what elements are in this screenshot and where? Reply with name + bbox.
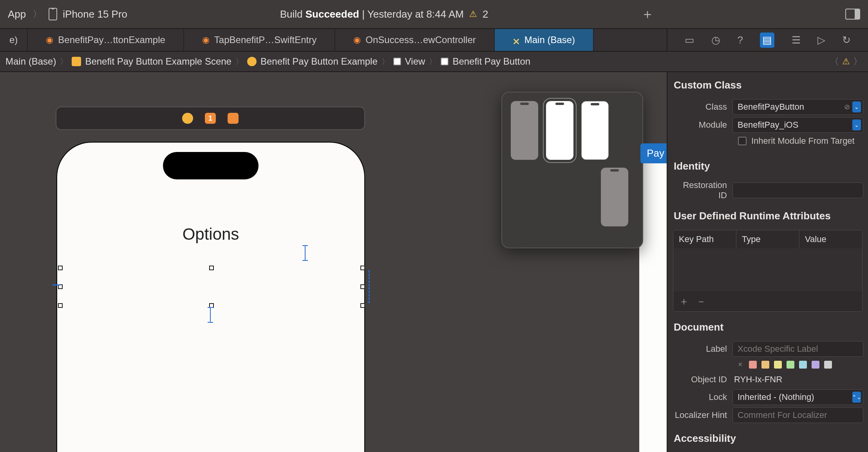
nav-back-icon[interactable]: 〈	[830, 55, 839, 68]
restoration-id-field[interactable]	[732, 183, 863, 198]
add-attribute-button[interactable]: ＋	[679, 295, 689, 308]
clear-swatch-icon[interactable]: ×	[738, 360, 743, 369]
class-field[interactable]: BenefitPayButton	[732, 99, 863, 115]
dropdown-icon[interactable]: ⌃⌄	[852, 392, 861, 403]
resize-handle[interactable]	[360, 303, 365, 308]
chevron-right-icon: 〉	[378, 56, 393, 67]
clear-icon[interactable]: ⊘	[844, 103, 850, 111]
resize-handle[interactable]	[360, 284, 365, 289]
runtime-attributes-table[interactable]: Key Path Type Value ＋ －	[673, 230, 863, 312]
run-destination[interactable]: iPhone 15 Pro	[63, 8, 127, 20]
resize-handle[interactable]	[58, 266, 63, 270]
minimap-scene[interactable]	[511, 101, 538, 160]
constraint-line-icon[interactable]	[52, 284, 60, 286]
nav-forward-icon[interactable]: 〉	[853, 55, 863, 68]
help-inspector-icon[interactable]: ?	[737, 34, 743, 46]
canvas-neighbor-scene	[639, 162, 667, 452]
chevron-right-icon: 〉	[31, 8, 43, 20]
localizer-hint-label: Localizer Hint	[672, 410, 732, 420]
class-field-label: Class	[672, 102, 732, 112]
swift-file-icon: ◉	[353, 35, 361, 45]
history-inspector-icon[interactable]: ◷	[711, 34, 720, 46]
build-status: Build Succeeded | Yesterday at 8:44 AM	[280, 8, 464, 20]
dropdown-icon[interactable]: ⌄	[852, 101, 861, 112]
col-type[interactable]: Type	[736, 230, 799, 248]
scheme-app-label[interactable]: App	[8, 8, 26, 20]
connections-inspector-icon[interactable]: ↻	[842, 34, 851, 46]
module-field-label: Module	[672, 120, 732, 130]
storyboard-file-icon	[513, 36, 520, 43]
chevron-right-icon: 〉	[231, 56, 247, 67]
resize-handle[interactable]	[209, 266, 214, 270]
localizer-hint-field[interactable]: Comment For Localizer	[732, 407, 863, 423]
dropdown-icon[interactable]: ⌄	[852, 119, 861, 130]
tab-onsuccess-viewcontroller[interactable]: ◉ OnSuccess…ewController	[335, 29, 494, 51]
toggle-right-panel-icon[interactable]	[845, 9, 860, 20]
color-swatch[interactable]	[761, 361, 769, 369]
warning-count[interactable]: 2	[483, 8, 488, 20]
device-preview[interactable]: Options	[56, 142, 365, 452]
attributes-inspector-icon[interactable]: ☰	[792, 34, 801, 46]
device-phone-icon	[49, 8, 57, 20]
resize-handle[interactable]	[58, 303, 63, 308]
crumb-main[interactable]: Main (Base)	[5, 56, 56, 67]
section-document: Document	[672, 314, 863, 339]
tab-tapbenefit-swiftentry[interactable]: ◉ TapBenefitP…SwiftEntry	[184, 29, 335, 51]
module-field[interactable]: BenefitPay_iOS	[732, 117, 863, 133]
runtime-attributes-body[interactable]	[673, 248, 862, 291]
options-label: Options	[183, 225, 239, 244]
tab-label: OnSuccess…ewController	[365, 34, 476, 45]
minimap-scene-selected[interactable]	[546, 101, 573, 160]
color-swatch[interactable]	[787, 361, 794, 369]
constraint-caret-icon	[210, 307, 211, 323]
jump-bar: Main (Base) 〉 Benefit Pay Button Example…	[0, 52, 868, 72]
color-swatch[interactable]	[812, 361, 819, 369]
col-keypath[interactable]: Key Path	[673, 230, 736, 248]
col-value[interactable]: Value	[799, 230, 862, 248]
objectid-label: Object ID	[672, 374, 732, 385]
tab-benefitpay-example[interactable]: ◉ BenefitPay…ttonExample	[28, 29, 184, 51]
doc-label-field[interactable]: Xcode Specific Label	[732, 341, 863, 357]
lock-select[interactable]: Inherited - (Nothing)	[732, 389, 863, 405]
crumb-benefit-pay-button[interactable]: Benefit Pay Button	[441, 56, 530, 67]
selected-view[interactable]	[60, 268, 363, 306]
warning-icon[interactable]: ⚠︎	[469, 9, 477, 19]
add-tab-button[interactable]: ＋	[641, 5, 654, 23]
restoration-id-label: Restoration ID	[672, 180, 732, 201]
minimap-scene[interactable]	[601, 168, 628, 226]
text-cursor-icon	[305, 245, 306, 261]
warning-icon[interactable]: ⚠︎	[842, 56, 850, 67]
pay-button-chip[interactable]: Pay	[640, 143, 667, 163]
constraint-line-icon[interactable]	[369, 270, 370, 303]
resize-handle[interactable]	[360, 266, 365, 270]
crumb-viewcontroller[interactable]: Benefit Pay Button Example	[247, 56, 378, 67]
section-custom-class: Custom Class	[672, 72, 863, 97]
crumb-scene[interactable]: Benefit Pay Button Example Scene	[72, 56, 231, 67]
tab-recent[interactable]: e)	[0, 29, 28, 51]
file-inspector-icon[interactable]: ▭	[685, 34, 694, 46]
swift-file-icon: ◉	[202, 35, 210, 45]
minimap-scene[interactable]	[581, 101, 609, 160]
inherit-module-checkbox[interactable]	[738, 137, 747, 145]
color-swatch[interactable]	[799, 361, 807, 369]
color-swatch[interactable]	[824, 361, 832, 369]
scene-dock[interactable]: 1	[56, 107, 365, 130]
section-identity: Identity	[672, 153, 863, 178]
crumb-view[interactable]: View	[393, 56, 425, 67]
color-swatch[interactable]	[749, 361, 757, 369]
storyboard-scene-icon	[72, 57, 81, 66]
color-swatch[interactable]	[774, 361, 782, 369]
canvas-minimap[interactable]	[501, 92, 643, 248]
ib-canvas[interactable]: 1 Options	[0, 72, 667, 452]
size-inspector-icon[interactable]: ▷	[817, 34, 825, 46]
remove-attribute-button[interactable]: －	[696, 295, 706, 308]
tab-label: TapBenefitP…SwiftEntry	[214, 34, 316, 45]
exit-dock-icon[interactable]	[228, 113, 239, 124]
viewcontroller-dock-icon[interactable]	[182, 113, 193, 124]
tab-label: Main (Base)	[524, 34, 575, 45]
tab-main-storyboard[interactable]: Main (Base)	[495, 29, 594, 51]
identity-inspector-icon[interactable]: ▤	[760, 33, 774, 48]
inherit-module-label: Inherit Module From Target	[751, 136, 855, 146]
first-responder-dock-icon[interactable]: 1	[205, 113, 216, 124]
section-accessibility: Accessibility	[672, 425, 863, 450]
